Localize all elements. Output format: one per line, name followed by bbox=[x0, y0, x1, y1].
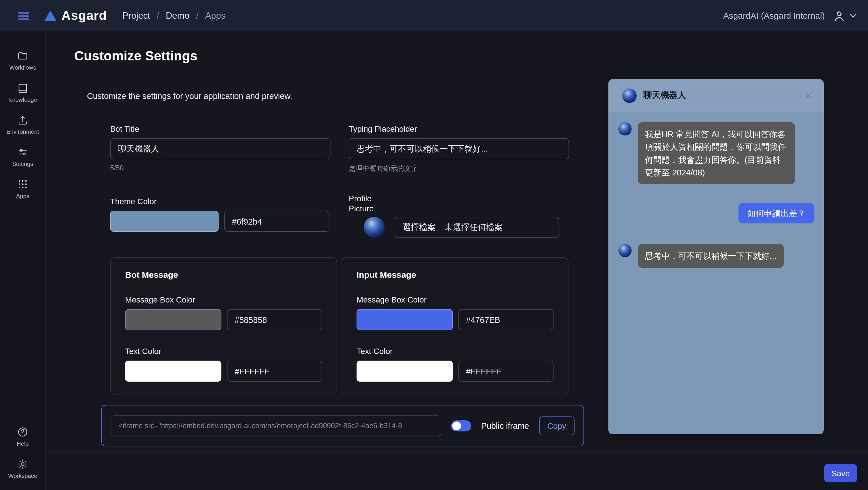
bot-message-row: 思考中，可不可以稍候一下下就好... bbox=[618, 244, 814, 268]
sidebar-item-help[interactable]: Help bbox=[0, 423, 45, 450]
sidebar-item-label: Workflows bbox=[9, 64, 36, 71]
user-avatar-icon[interactable] bbox=[833, 9, 846, 23]
bot-title-field: Bot Title 聊天機器人 5/50 bbox=[110, 125, 331, 172]
chat-bot-avatar bbox=[618, 244, 632, 257]
bot-message-box-color-label: Message Box Color bbox=[125, 295, 322, 304]
bot-message-row: 我是HR 常見問答 AI，我可以回答你各項關於人資相關的問題，你可以問我任何問題… bbox=[618, 122, 814, 184]
profile-picture-label: Profile Picture bbox=[349, 194, 381, 214]
sliders-icon bbox=[17, 146, 28, 158]
input-message-box-color-swatch[interactable] bbox=[356, 309, 453, 330]
sidebar-item-environment[interactable]: Environment bbox=[0, 111, 45, 138]
input-message-panel-title: Input Message bbox=[356, 270, 554, 280]
input-message-text-color-hex-input[interactable]: #FFFFFF bbox=[458, 361, 553, 382]
page-subtitle: Customize the settings for your applicat… bbox=[87, 91, 292, 101]
sidebar-item-settings[interactable]: Settings bbox=[0, 143, 45, 170]
bot-message-text-color-hex-input[interactable]: #FFFFFF bbox=[227, 361, 322, 382]
breadcrumb-separator: / bbox=[157, 11, 159, 21]
input-message-box-color-label: Message Box Color bbox=[356, 295, 554, 304]
bot-message-box-color-hex-input[interactable]: #585858 bbox=[227, 309, 322, 330]
chevron-down-icon[interactable] bbox=[848, 11, 858, 21]
theme-color-swatch[interactable] bbox=[110, 211, 219, 232]
bot-message-bubble: 我是HR 常見問答 AI，我可以回答你各項關於人資相關的問題，你可以問我任何問題… bbox=[638, 122, 795, 184]
bot-message-panel-title: Bot Message bbox=[125, 270, 322, 280]
folder-icon bbox=[17, 50, 28, 61]
bot-title-input[interactable]: 聊天機器人 bbox=[110, 138, 331, 159]
sidebar-item-label: Settings bbox=[12, 160, 33, 167]
profile-picture-file-input[interactable]: 選擇檔案 未選擇任何檔案 bbox=[395, 217, 559, 238]
input-message-text-color-label: Text Color bbox=[356, 347, 554, 356]
sidebar: Workflows Knowledge Environment bbox=[0, 32, 46, 490]
book-icon bbox=[17, 83, 28, 94]
copy-button[interactable]: Copy bbox=[539, 416, 575, 435]
toggle-knob bbox=[452, 421, 461, 430]
brand-name: Asgard bbox=[62, 8, 107, 23]
sidebar-item-apps[interactable]: Apps bbox=[0, 175, 45, 202]
theme-color-label: Theme Color bbox=[110, 197, 330, 206]
profile-picture-avatar bbox=[364, 217, 385, 238]
theme-color-hex-input[interactable]: #6f92b4 bbox=[224, 211, 329, 232]
grid-dots-icon bbox=[17, 178, 28, 190]
breadcrumb: Project / Demo / Apps bbox=[123, 11, 225, 21]
bot-title-label: Bot Title bbox=[110, 125, 331, 133]
typing-placeholder-input[interactable]: 思考中，可不可以稍候一下下就好... bbox=[349, 138, 569, 159]
profile-picture-field: Profile Picture 選擇檔案 未選擇任何檔案 bbox=[349, 194, 559, 238]
footer-divider bbox=[46, 452, 868, 452]
input-message-panel: Input Message Message Box Color #4767EB … bbox=[342, 257, 569, 394]
chat-message-list: 我是HR 常見問答 AI，我可以回答你各項關於人資相關的問題，你可以問我任何問題… bbox=[609, 112, 824, 267]
bot-title-counter: 5/50 bbox=[110, 164, 331, 172]
user-message-bubble: 如何申請出差？ bbox=[739, 203, 814, 223]
close-icon[interactable] bbox=[804, 91, 813, 100]
input-message-text-color-swatch[interactable] bbox=[356, 361, 453, 382]
public-iframe-label: Public iframe bbox=[481, 421, 529, 430]
account-name: AsgardAI (Asgard Internal) bbox=[723, 11, 825, 21]
input-message-box-color-hex-input[interactable]: #4767EB bbox=[458, 309, 553, 330]
app: Asgard Project / Demo / Apps AsgardAI (A… bbox=[0, 0, 868, 490]
typing-placeholder-field: Typing Placeholder 思考中，可不可以稍候一下下就好... 處理… bbox=[349, 125, 569, 174]
iframe-code-input[interactable]: <iframe src="https://embed.dev.asgard-ai… bbox=[111, 415, 441, 436]
breadcrumb-demo[interactable]: Demo bbox=[166, 11, 189, 21]
hamburger-icon bbox=[17, 9, 31, 23]
sidebar-item-label: Workspace bbox=[8, 472, 37, 479]
file-status-text: 未選擇任何檔案 bbox=[445, 222, 503, 233]
chat-preview-panel: 聊天機器人 我是HR 常見問答 AI，我可以回答你各項關於人資相關的問題，你可以… bbox=[609, 79, 824, 434]
embed-iframe-section: <iframe src="https://embed.dev.asgard-ai… bbox=[101, 405, 584, 446]
sidebar-item-label: Knowledge bbox=[8, 96, 37, 103]
public-iframe-toggle[interactable] bbox=[451, 420, 471, 431]
save-button[interactable]: Save bbox=[824, 464, 857, 482]
upload-icon bbox=[17, 115, 28, 125]
bot-message-box-color-swatch[interactable] bbox=[125, 309, 221, 330]
sidebar-item-knowledge[interactable]: Knowledge bbox=[0, 79, 45, 106]
hamburger-menu-button[interactable] bbox=[17, 9, 31, 23]
page-title: Customize Settings bbox=[74, 48, 197, 64]
chat-preview-header: 聊天機器人 bbox=[609, 79, 824, 112]
chat-bot-avatar bbox=[622, 88, 637, 103]
bot-message-text-color-label: Text Color bbox=[125, 347, 322, 356]
choose-file-button[interactable]: 選擇檔案 bbox=[402, 222, 435, 233]
sidebar-item-workspace[interactable]: Workspace bbox=[0, 455, 45, 482]
main-content: Customize Settings Customize the setting… bbox=[46, 32, 868, 490]
brand[interactable]: Asgard bbox=[44, 8, 107, 23]
topbar: Asgard Project / Demo / Apps AsgardAI (A… bbox=[0, 0, 868, 32]
bot-message-text-color-swatch[interactable] bbox=[125, 361, 221, 382]
sidebar-item-label: Help bbox=[17, 440, 29, 447]
typing-placeholder-helper: 處理中暫時顯示的文字 bbox=[349, 164, 569, 174]
breadcrumb-apps[interactable]: Apps bbox=[205, 11, 225, 21]
sidebar-item-label: Apps bbox=[16, 192, 29, 199]
sidebar-item-workflows[interactable]: Workflows bbox=[0, 47, 45, 74]
bot-typing-bubble: 思考中，可不可以稍候一下下就好... bbox=[638, 244, 784, 268]
chat-bot-avatar bbox=[618, 122, 632, 135]
breadcrumb-project[interactable]: Project bbox=[123, 11, 150, 21]
chat-title: 聊天機器人 bbox=[643, 90, 686, 101]
theme-color-field: Theme Color #6f92b4 bbox=[110, 197, 330, 232]
user-message-row: 如何申請出差？ bbox=[618, 203, 814, 223]
question-circle-icon bbox=[17, 426, 28, 437]
typing-placeholder-label: Typing Placeholder bbox=[349, 125, 569, 133]
gear-icon bbox=[17, 459, 28, 469]
bot-message-panel: Bot Message Message Box Color #585858 Te… bbox=[110, 257, 337, 394]
breadcrumb-separator: / bbox=[196, 11, 198, 21]
asgard-logo-icon bbox=[44, 11, 56, 21]
sidebar-item-label: Environment bbox=[6, 128, 39, 135]
